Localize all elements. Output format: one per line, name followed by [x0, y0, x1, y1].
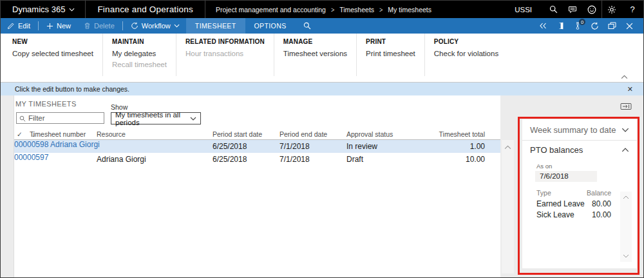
- notification-close-icon[interactable]: ✕: [627, 85, 633, 94]
- close-icon[interactable]: [621, 18, 638, 34]
- ribbon-collapse-strip: [1, 76, 643, 83]
- pto-type-cell: Sick Leave: [536, 210, 574, 221]
- close-factbox-icon[interactable]: [620, 103, 632, 110]
- office-icon[interactable]: [551, 18, 569, 34]
- divider: [122, 21, 123, 30]
- actionbar-search-icon[interactable]: [296, 18, 319, 34]
- dynamics-365-menu[interactable]: Dynamics 365: [1, 5, 85, 14]
- table-row[interactable]: 00000598 Adriana Giorgi 6/25/2018 7/1/20…: [14, 140, 500, 153]
- scroll-down-icon[interactable]: [623, 254, 629, 258]
- show-label: Show: [111, 103, 128, 111]
- print-timesheet-button[interactable]: Print timesheet: [366, 48, 415, 59]
- filter-input[interactable]: [28, 113, 103, 123]
- copy-selected-timesheet-button[interactable]: Copy selected timesheet: [12, 48, 93, 59]
- chevron-up-icon: [621, 148, 629, 152]
- hour-transactions-button[interactable]: Hour transactions: [185, 48, 265, 59]
- period-end-date-cell: 7/1/2018: [279, 142, 310, 151]
- approval-status-cell: Draft: [346, 155, 363, 164]
- resource-link[interactable]: Adriana Giorgi: [50, 140, 100, 149]
- column-timesheet-total[interactable]: Timesheet total: [439, 130, 485, 138]
- filter-field: [16, 112, 104, 124]
- feedback-smiley-icon[interactable]: [582, 1, 601, 18]
- page-content: MY TIMESHEETS Show My timesheets in all …: [1, 95, 643, 277]
- breadcrumb: Project management and accounting > Time…: [205, 6, 431, 14]
- chevron-down-icon: [621, 128, 629, 132]
- table-row[interactable]: 00000597 Adriana Giorgi 6/25/2018 7/1/20…: [14, 153, 500, 166]
- factbox-panel: Week summary to date PTO balances As on …: [522, 119, 637, 268]
- ribbon-group-maintain: MAINTAIN My delegates Recall timesheet: [112, 34, 176, 76]
- approval-status-cell: In review: [346, 142, 377, 151]
- timesheet-total-cell: 1.00: [470, 142, 485, 151]
- factbox-scrollbar[interactable]: [620, 192, 632, 262]
- workflow-icon: [131, 22, 138, 30]
- timesheet-total-cell: 10.00: [466, 155, 485, 164]
- scroll-up-icon[interactable]: [623, 195, 629, 199]
- resource-cell: Adriana Giorgi: [97, 155, 146, 164]
- tab-options[interactable]: OPTIONS: [245, 18, 296, 34]
- breadcrumb-separator: >: [331, 6, 334, 14]
- ribbon-group-new: NEW Copy selected timesheet: [12, 34, 103, 76]
- my-delegates-button[interactable]: My delegates: [112, 48, 167, 59]
- collapse-chevron-up-icon[interactable]: [621, 75, 628, 79]
- edit-button[interactable]: Edit: [1, 18, 37, 34]
- timesheet-versions-button[interactable]: Timesheet versions: [283, 48, 347, 59]
- company-picker[interactable]: USSI: [515, 6, 532, 14]
- breadcrumb-page[interactable]: My timesheets: [388, 6, 431, 14]
- help-button[interactable]: ?: [621, 5, 643, 14]
- sort-descending-icon: ↓: [32, 130, 35, 138]
- period-start-date-cell: 6/25/2018: [213, 142, 247, 151]
- message-center-icon[interactable]: [563, 1, 582, 18]
- select-all-checkmark[interactable]: ✓: [17, 130, 23, 138]
- ribbon-group-manage: MANAGE Timesheet versions: [283, 34, 357, 76]
- refresh-icon[interactable]: [586, 18, 603, 34]
- timesheet-number-link[interactable]: 00000598: [14, 140, 48, 149]
- breadcrumb-separator: >: [379, 6, 383, 14]
- top-navigation-bar: Dynamics 365 Finance and Operations Proj…: [1, 1, 643, 18]
- notification-badge: 0: [579, 19, 585, 25]
- ribbon: NEW Copy selected timesheet MAINTAIN My …: [1, 34, 643, 76]
- timesheet-number-link[interactable]: 00000597: [14, 153, 48, 162]
- filter-search-icon: [19, 115, 26, 122]
- period-start-date-cell: 6/25/2018: [213, 155, 247, 164]
- page-title: MY TIMESHEETS: [15, 100, 77, 108]
- as-on-date-field[interactable]: 7/6/2018: [535, 171, 597, 182]
- week-summary-section-header[interactable]: Week summary to date: [522, 119, 637, 141]
- scroll-up-icon[interactable]: [504, 145, 511, 150]
- as-on-label: As on: [536, 163, 637, 170]
- column-timesheet-number[interactable]: Timesheet number ↓: [30, 130, 32, 138]
- settings-gear-icon[interactable]: [602, 1, 621, 18]
- ribbon-group-related-information: RELATED INFORMATION Hour transactions: [185, 34, 274, 76]
- column-period-start-date[interactable]: Period start date: [213, 130, 262, 138]
- new-button[interactable]: New: [40, 18, 77, 34]
- column-period-end-date[interactable]: Period end date: [279, 130, 327, 138]
- show-period-dropdown[interactable]: My timesheets in all periods: [111, 112, 201, 124]
- ribbon-group-policy: POLICY Check for violations: [434, 34, 507, 76]
- app-name[interactable]: Finance and Operations: [86, 5, 205, 14]
- workflow-button[interactable]: Workflow: [124, 18, 186, 34]
- grid-scrollbar[interactable]: [502, 140, 514, 273]
- ribbon-group-print: PRINT Print timesheet: [366, 34, 425, 76]
- plus-icon: [46, 23, 53, 30]
- recall-timesheet-button[interactable]: Recall timesheet: [112, 59, 167, 70]
- task-recorder-flask-icon[interactable]: 0: [569, 18, 586, 34]
- table-header-row: ✓ Timesheet number ↓ Resource Period sta…: [14, 130, 500, 140]
- open-in-new-window-icon[interactable]: [603, 18, 621, 34]
- column-balance: Balance: [587, 189, 611, 197]
- notification-bar: Click the edit button to make changes. ✕: [1, 83, 643, 95]
- delete-button[interactable]: Delete: [77, 18, 121, 34]
- pto-balances-section-header[interactable]: PTO balances: [522, 141, 637, 159]
- tab-timesheet[interactable]: TIMESHEET: [186, 18, 245, 34]
- column-approval-status[interactable]: Approval status: [346, 130, 393, 138]
- column-resource[interactable]: Resource: [97, 130, 126, 138]
- app-window: Dynamics 365 Finance and Operations Proj…: [0, 0, 644, 278]
- breadcrumb-section[interactable]: Timesheets: [339, 6, 374, 14]
- pto-balance-cell: 10.00: [592, 210, 611, 221]
- notification-message: Click the edit button to make changes.: [15, 85, 129, 93]
- pencil-icon: [7, 22, 15, 30]
- column-type: Type: [536, 189, 551, 197]
- check-for-violations-button[interactable]: Check for violations: [434, 48, 498, 59]
- pto-balance-cell: 80.00: [592, 199, 611, 210]
- search-icon[interactable]: [544, 1, 563, 18]
- collapse-ribbon-icon[interactable]: [534, 18, 551, 34]
- breadcrumb-module[interactable]: Project management and accounting: [216, 6, 326, 14]
